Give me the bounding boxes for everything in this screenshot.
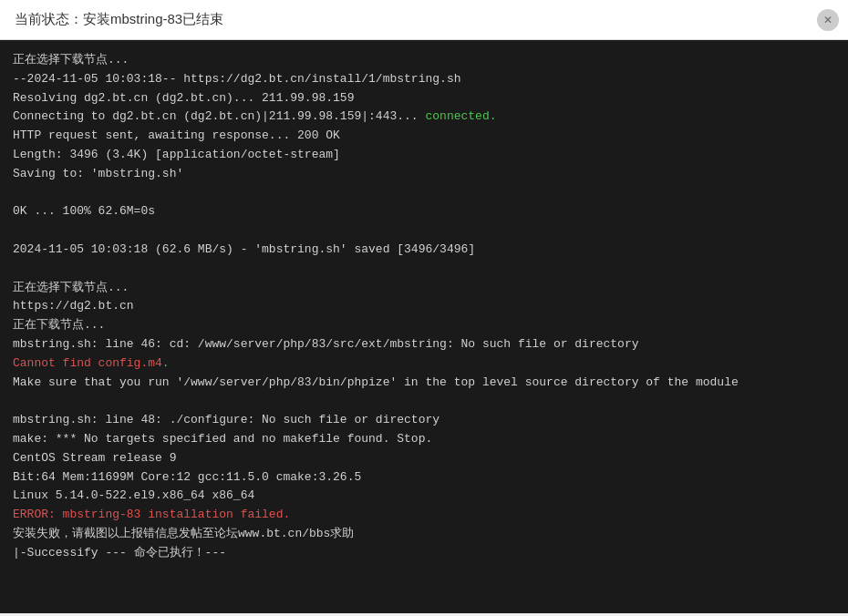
terminal-line: 正在下载节点... bbox=[13, 316, 835, 335]
terminal-line: 2024-11-05 10:03:18 (62.6 MB/s) - 'mbstr… bbox=[13, 241, 835, 260]
close-button[interactable]: ✕ bbox=[817, 9, 839, 31]
terminal-line: 安装失败，请截图以上报错信息发帖至论坛www.bt.cn/bbs求助 bbox=[13, 525, 835, 544]
terminal-line: mbstring.sh: line 48: ./configure: No su… bbox=[13, 411, 835, 430]
terminal-line bbox=[13, 221, 835, 241]
terminal-line: 正在选择下载节点... bbox=[13, 51, 835, 70]
terminal-line: Length: 3496 (3.4K) [application/octet-s… bbox=[13, 146, 835, 165]
terminal-line: Resolving dg2.bt.cn (dg2.bt.cn)... 211.9… bbox=[13, 89, 835, 108]
terminal-line: Cannot find config.m4. bbox=[13, 354, 835, 374]
terminal-line: https://dg2.bt.cn bbox=[13, 297, 835, 316]
terminal-line: Connecting to dg2.bt.cn (dg2.bt.cn)|211.… bbox=[13, 108, 835, 127]
terminal-line: 0K ... 100% 62.6M=0s bbox=[13, 202, 835, 221]
terminal-line: Make sure that you run '/www/server/php/… bbox=[13, 374, 835, 393]
terminal-line: HTTP request sent, awaiting response... … bbox=[13, 127, 835, 146]
terminal-line: |-Successify --- 命令已执行！--- bbox=[13, 544, 835, 563]
terminal-line bbox=[13, 184, 835, 203]
terminal-line: ERROR: mbstring-83 installation failed. bbox=[13, 506, 835, 525]
terminal-line: make: *** No targets specified and no ma… bbox=[13, 430, 835, 449]
terminal-line: mbstring.sh: line 46: cd: /www/server/ph… bbox=[13, 335, 835, 354]
terminal: 正在选择下载节点...--2024-11-05 10:03:18-- https… bbox=[0, 40, 848, 613]
header: 当前状态：安装mbstring-83已结束 ✕ bbox=[0, 0, 848, 40]
header-title: 当前状态：安装mbstring-83已结束 bbox=[15, 11, 223, 28]
terminal-line: 正在选择下载节点... bbox=[13, 279, 835, 298]
terminal-line: Saving to: 'mbstring.sh' bbox=[13, 165, 835, 184]
terminal-line: --2024-11-05 10:03:18-- https://dg2.bt.c… bbox=[13, 70, 835, 89]
terminal-line: Bit:64 Mem:11699M Core:12 gcc:11.5.0 cma… bbox=[13, 468, 835, 488]
terminal-line bbox=[13, 260, 835, 279]
terminal-line: Linux 5.14.0-522.el9.x86_64 x86_64 bbox=[13, 487, 835, 506]
terminal-line: CentOS Stream release 9 bbox=[13, 449, 835, 468]
terminal-line bbox=[13, 392, 835, 411]
